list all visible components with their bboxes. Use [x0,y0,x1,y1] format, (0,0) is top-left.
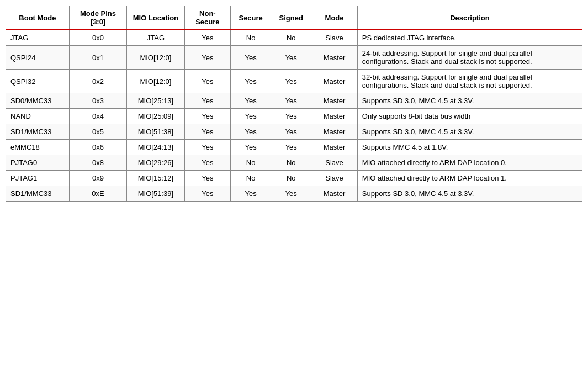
table-row: SD0/MMC330x3MIO[25:13]YesYesYesMasterSup… [6,93,582,109]
signed-cell: Yes [271,186,311,202]
header-mio-location: MIO Location [127,6,184,30]
mode-pins-cell: 0x8 [69,155,126,171]
secure-cell: No [231,171,271,186]
secure-cell: Yes [231,109,271,124]
boot-mode-cell: PJTAG1 [6,171,70,186]
non-secure-cell: Yes [184,70,231,93]
header-mode: Mode [311,6,358,30]
secure-cell: Yes [231,70,271,93]
header-boot-mode: Boot Mode [6,6,70,30]
mode-pins-cell: 0x0 [69,30,126,46]
header-secure: Secure [231,6,271,30]
signed-cell: No [271,30,311,46]
mode-pins-cell: 0x1 [69,46,126,70]
boot-mode-cell: QSPI32 [6,70,70,93]
secure-cell: Yes [231,93,271,109]
mode-pins-cell: 0xE [69,186,126,202]
table-row: PJTAG00x8MIO[29:26]YesNoNoSlaveMIO attac… [6,155,582,171]
description-cell: Supports SD 3.0, MMC 4.5 at 3.3V. [357,186,582,202]
non-secure-cell: Yes [184,109,231,124]
signed-cell: No [271,155,311,171]
boot-mode-cell: SD0/MMC33 [6,93,70,109]
description-cell: Supports SD 3.0, MMC 4.5 at 3.3V. [357,124,582,140]
mio-location-cell: MIO[25:13] [127,93,184,109]
description-cell: Supports SD 3.0, MMC 4.5 at 3.3V. [357,93,582,109]
mode-cell: Master [311,46,358,70]
secure-cell: Yes [231,186,271,202]
boot-mode-cell: SD1/MMC33 [6,124,70,140]
mio-location-cell: MIO[12:0] [127,70,184,93]
boot-mode-cell: PJTAG0 [6,155,70,171]
boot-mode-cell: QSPI24 [6,46,70,70]
mode-cell: Master [311,93,358,109]
description-cell: Supports MMC 4.5 at 1.8V. [357,140,582,155]
mio-location-cell: MIO[51:38] [127,124,184,140]
mode-pins-cell: 0x4 [69,109,126,124]
mode-cell: Master [311,124,358,140]
signed-cell: Yes [271,140,311,155]
table-row: PJTAG10x9MIO[15:12]YesNoNoSlaveMIO attac… [6,171,582,186]
header-mode-pins: Mode Pins [3:0] [69,6,126,30]
table-row: QSPI240x1MIO[12:0]YesYesYesMaster24-bit … [6,46,582,70]
boot-mode-cell: JTAG [6,30,70,46]
mio-location-cell: MIO[12:0] [127,46,184,70]
table-row: eMMC180x6MIO[24:13]YesYesYesMasterSuppor… [6,140,582,155]
non-secure-cell: Yes [184,186,231,202]
header-description: Description [357,6,582,30]
table-row: NAND0x4MIO[25:09]YesYesYesMasterOnly sup… [6,109,582,124]
secure-cell: Yes [231,124,271,140]
description-cell: 24-bit addressing. Support for single an… [357,46,582,70]
mode-cell: Slave [311,155,358,171]
mode-cell: Master [311,70,358,93]
table-row: QSPI320x2MIO[12:0]YesYesYesMaster32-bit … [6,70,582,93]
signed-cell: Yes [271,46,311,70]
boot-mode-cell: SD1/MMC33 [6,186,70,202]
header-signed: Signed [271,6,311,30]
boot-mode-cell: eMMC18 [6,140,70,155]
mode-pins-cell: 0x9 [69,171,126,186]
mode-pins-cell: 0x2 [69,70,126,93]
mode-pins-cell: 0x5 [69,124,126,140]
table-row: JTAG0x0JTAGYesNoNoSlavePS dedicated JTAG… [6,30,582,46]
boot-mode-cell: NAND [6,109,70,124]
table-row: SD1/MMC330xEMIO[51:39]YesYesYesMasterSup… [6,186,582,202]
secure-cell: No [231,30,271,46]
non-secure-cell: Yes [184,46,231,70]
mode-cell: Master [311,109,358,124]
mio-location-cell: MIO[25:09] [127,109,184,124]
table-row: SD1/MMC330x5MIO[51:38]YesYesYesMasterSup… [6,124,582,140]
mio-location-cell: MIO[51:39] [127,186,184,202]
signed-cell: Yes [271,124,311,140]
signed-cell: Yes [271,93,311,109]
header-row: Boot Mode Mode Pins [3:0] MIO Location N… [6,6,582,30]
description-cell: MIO attached directly to ARM DAP locatio… [357,155,582,171]
mio-location-cell: JTAG [127,30,184,46]
description-cell: 32-bit addressing. Support for single an… [357,70,582,93]
non-secure-cell: Yes [184,93,231,109]
secure-cell: No [231,155,271,171]
mio-location-cell: MIO[24:13] [127,140,184,155]
secure-cell: Yes [231,140,271,155]
mode-cell: Slave [311,30,358,46]
mio-location-cell: MIO[15:12] [127,171,184,186]
non-secure-cell: Yes [184,140,231,155]
signed-cell: No [271,171,311,186]
mode-cell: Slave [311,171,358,186]
non-secure-cell: Yes [184,171,231,186]
mio-location-cell: MIO[29:26] [127,155,184,171]
boot-mode-table: Boot Mode Mode Pins [3:0] MIO Location N… [6,6,582,202]
non-secure-cell: Yes [184,155,231,171]
signed-cell: Yes [271,109,311,124]
mode-pins-cell: 0x3 [69,93,126,109]
description-cell: Only supports 8-bit data bus width [357,109,582,124]
secure-cell: Yes [231,46,271,70]
non-secure-cell: Yes [184,30,231,46]
description-cell: MIO attached directly to ARM DAP locatio… [357,171,582,186]
description-cell: PS dedicated JTAG interface. [357,30,582,46]
header-non-secure: Non-Secure [184,6,231,30]
mode-cell: Master [311,140,358,155]
signed-cell: Yes [271,70,311,93]
mode-cell: Master [311,186,358,202]
mode-pins-cell: 0x6 [69,140,126,155]
non-secure-cell: Yes [184,124,231,140]
